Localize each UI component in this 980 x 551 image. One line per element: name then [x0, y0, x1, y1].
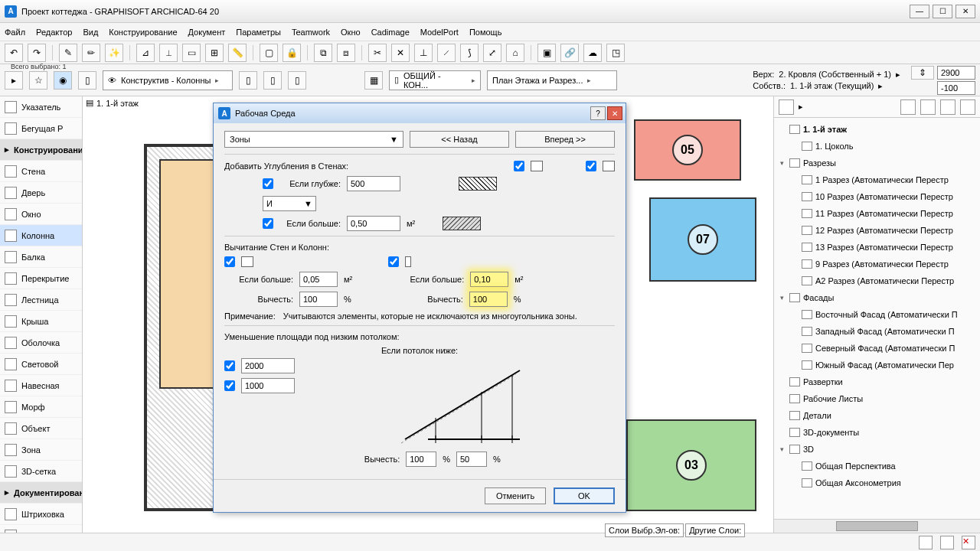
trace2-button[interactable]: ⧈ [337, 44, 355, 62]
h1-check[interactable] [224, 360, 235, 371]
trim-button[interactable]: ✕ [391, 44, 410, 62]
tree-item[interactable]: 1 Разрез (Автоматически Перестр [777, 171, 977, 188]
menu-teamwork[interactable]: Teamwork [292, 28, 330, 37]
height-top-input[interactable] [937, 66, 975, 80]
tool-shell[interactable]: Оболочка [0, 332, 82, 354]
cube-button[interactable]: ◳ [606, 44, 625, 62]
tree-item[interactable]: Южный Фасад (Автоматически Пер [777, 357, 977, 373]
trace-button[interactable]: ⧉ [314, 44, 332, 62]
cloud-button[interactable]: ☁ [583, 44, 602, 62]
forward-button[interactable]: Вперед >> [515, 131, 615, 148]
deeper-check[interactable] [263, 178, 273, 189]
tool-header-document[interactable]: ▸Документирование [0, 482, 82, 504]
larger-input[interactable] [347, 216, 400, 231]
menu-window[interactable]: Окно [341, 28, 361, 37]
layer-combo[interactable]: 👁Конструктив - Колонны▸ [103, 70, 233, 90]
snap1-button[interactable]: ⊿ [136, 44, 155, 62]
menu-help[interactable]: Помощь [469, 28, 502, 37]
nav-mode-1[interactable] [779, 99, 794, 115]
tree-item[interactable]: Общая Перспектива [777, 458, 977, 474]
magic-button[interactable]: ✨ [105, 44, 123, 62]
tool-wall[interactable]: Стена [0, 161, 82, 182]
tool-roof[interactable]: Крыша [0, 311, 82, 332]
menu-file[interactable]: Файл [5, 28, 25, 37]
tree-item[interactable]: Северный Фасад (Автоматически П [777, 340, 977, 357]
nav-view-3[interactable] [940, 99, 956, 115]
canvas-tab[interactable]: ▤ 1. 1-й этаж [86, 98, 139, 108]
tool-curtain[interactable]: Навесная [0, 375, 82, 396]
tool-window[interactable]: Окно [0, 204, 82, 225]
menu-design[interactable]: Конструирование [109, 28, 177, 37]
larger-check[interactable] [263, 218, 273, 229]
col-sub-input[interactable] [469, 292, 508, 307]
pick-button[interactable]: ✎ [59, 44, 77, 62]
col-sub-check[interactable] [388, 256, 399, 267]
tree-item[interactable]: ▾Фасады [777, 289, 977, 306]
tool-line[interactable]: Линия [0, 525, 82, 533]
h2-input[interactable] [241, 378, 295, 393]
tool-mesh[interactable]: 3D-сетка [0, 461, 82, 482]
tree-item[interactable]: ▾3D [777, 441, 977, 458]
deeper-input[interactable] [347, 176, 400, 191]
lock-button[interactable]: 🔒 [283, 44, 301, 62]
nav-view-1[interactable] [900, 99, 916, 115]
minimize-button[interactable]: — [910, 5, 929, 18]
home-button[interactable]: ⌂ [506, 44, 524, 62]
info-select-button[interactable]: ◉ [54, 71, 72, 90]
tool-morph[interactable]: Морф [0, 396, 82, 418]
info-settings-button[interactable]: ▸ [5, 71, 23, 90]
annot-button[interactable]: ▣ [537, 44, 556, 62]
status-icon-1[interactable] [919, 536, 933, 549]
tree-item[interactable]: 10 Разрез (Автоматически Перестр [777, 188, 977, 205]
dialog-help-button[interactable]: ? [590, 106, 606, 120]
tool-object[interactable]: Объект [0, 418, 82, 439]
h1-input[interactable] [241, 358, 295, 373]
tree-item[interactable]: 11 Разрез (Автоматически Перестр [777, 205, 977, 222]
suspend-button[interactable]: ✂ [368, 44, 387, 62]
tree-item[interactable]: 13 Разрез (Автоматически Перестр [777, 239, 977, 256]
tree-item[interactable]: Детали [777, 407, 977, 424]
adjust-button[interactable]: ⊥ [414, 44, 433, 62]
tree-item[interactable]: 9 Разрез (Автоматически Перестр [777, 256, 977, 272]
menu-edit[interactable]: Редактор [36, 28, 72, 37]
tool-arrow[interactable]: Указатель [0, 96, 82, 118]
status-icon-2[interactable] [940, 536, 954, 549]
tree-root[interactable]: 1. 1-й этаж [777, 121, 977, 138]
tree-item[interactable]: Рабочие Листы [777, 390, 977, 407]
scheme-select[interactable]: Зоны▼ [224, 131, 403, 148]
menu-cadimage[interactable]: Cadimage [371, 28, 410, 37]
menu-options[interactable]: Параметры [236, 28, 281, 37]
sub-v2-input[interactable] [456, 452, 487, 467]
tool-zone[interactable]: Зона [0, 439, 82, 461]
recess-check-1[interactable] [514, 161, 524, 171]
back-button[interactable]: << Назад [410, 131, 509, 148]
wall-sub-check[interactable] [224, 256, 235, 267]
inject-button[interactable]: ✏ [82, 44, 100, 62]
tool-stair[interactable]: Лестница [0, 289, 82, 311]
tree-item[interactable]: ▾Разрезы [777, 155, 977, 171]
sub-v1-input[interactable] [406, 452, 436, 467]
redo-button[interactable]: ↷ [28, 44, 46, 62]
wall-sub-input[interactable] [299, 292, 338, 307]
tool-header-construct[interactable]: ▸Конструирование [0, 139, 82, 161]
recess-check-2[interactable] [586, 161, 596, 171]
layers-button[interactable]: ▢ [260, 44, 278, 62]
tree-item[interactable]: 1. Цоколь [777, 138, 977, 155]
maximize-button[interactable]: ☐ [933, 5, 952, 18]
tree-item[interactable]: 12 Разрез (Автоматически Перестр [777, 222, 977, 239]
geom2-button[interactable]: ▯ [263, 71, 282, 90]
info-fav-button[interactable]: ☆ [29, 71, 47, 90]
view-combo[interactable]: План Этажа и Разрез...▸ [487, 70, 617, 90]
tree-hscroll[interactable] [774, 519, 980, 533]
ruler-button[interactable]: 📏 [228, 44, 247, 62]
floor-button[interactable]: ▦ [364, 71, 383, 90]
navigator-tree[interactable]: 1. 1-й этаж 1. Цоколь ▾Разрезы 1 Разрез … [774, 118, 980, 519]
tree-item[interactable]: Восточный Фасад (Автоматически П [777, 306, 977, 323]
profile-combo[interactable]: ▯ОБЩИЙ - КОН...▸ [389, 70, 481, 90]
tree-item[interactable]: Западный Фасад (Автоматически П [777, 323, 977, 340]
tool-marquee[interactable]: Бегущая Р [0, 118, 82, 139]
grid-button[interactable]: ⊞ [205, 44, 224, 62]
snap2-button[interactable]: ⟂ [159, 44, 178, 62]
tool-light[interactable]: Световой [0, 354, 82, 375]
undo-button[interactable]: ↶ [5, 44, 23, 62]
